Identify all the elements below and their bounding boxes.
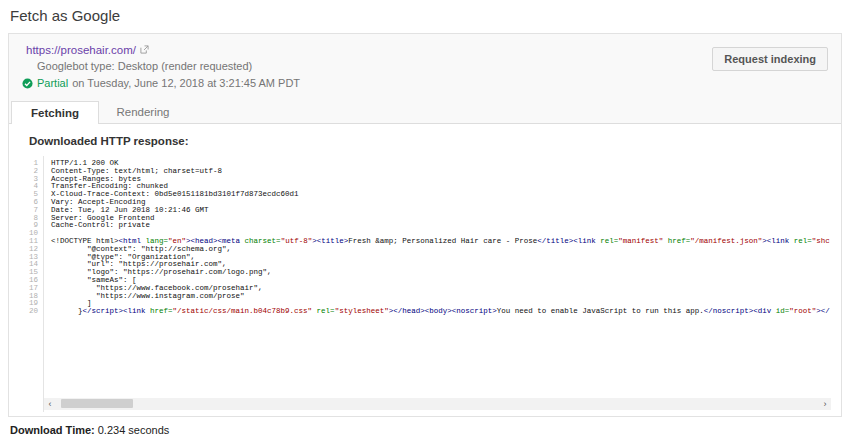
- tab-content: Downloaded HTTP response: 1HTTP/1.1 200 …: [9, 124, 841, 412]
- tab-bar: Fetching Rendering: [9, 97, 841, 124]
- http-response-viewer: 1HTTP/1.1 200 OK2Content-Type: text/html…: [19, 156, 833, 412]
- download-time: Download Time:0.234 seconds: [10, 424, 169, 436]
- line-number: 20: [19, 308, 43, 316]
- googlebot-type-text: Googlebot type: Desktop (render requeste…: [37, 60, 827, 73]
- fetched-url-link[interactable]: https://prosehair.com/: [26, 44, 136, 56]
- scrollbar-track[interactable]: [56, 398, 819, 410]
- gutter-divider: [43, 156, 44, 412]
- code-line: 20 }</script><link href="/static/css/mai…: [19, 308, 833, 316]
- line-number: 2: [19, 168, 43, 176]
- url-row: https://prosehair.com/: [26, 44, 827, 57]
- line-number: 6: [19, 199, 43, 207]
- tab-rendering[interactable]: Rendering: [99, 101, 187, 123]
- line-number: 4: [19, 183, 43, 191]
- card-header: https://prosehair.com/ Googlebot type: D…: [9, 34, 841, 97]
- fetch-status-row: Partial on Tuesday, June 12, 2018 at 3:2…: [22, 77, 827, 90]
- line-number: 1: [19, 160, 43, 168]
- tab-fetching[interactable]: Fetching: [11, 101, 99, 124]
- scrollbar-thumb[interactable]: [61, 399, 133, 408]
- page-title: Fetch as Google: [10, 7, 120, 24]
- line-number: 3: [19, 176, 43, 184]
- request-indexing-button[interactable]: Request indexing: [712, 47, 828, 71]
- code-lines-container: 1HTTP/1.1 200 OK2Content-Type: text/html…: [19, 156, 833, 316]
- scroll-left-arrow-icon[interactable]: [44, 398, 56, 410]
- line-number: 8: [19, 215, 43, 223]
- code-line: 2Content-Type: text/html; charset=utf-8: [19, 168, 833, 176]
- download-time-value: 0.234 seconds: [98, 424, 170, 436]
- status-detail-text: on Tuesday, June 12, 2018 at 3:21:45 AM …: [72, 77, 300, 90]
- external-link-icon[interactable]: [140, 44, 149, 57]
- fetch-result-card: https://prosehair.com/ Googlebot type: D…: [8, 33, 842, 417]
- line-number: 5: [19, 191, 43, 199]
- line-number: 7: [19, 207, 43, 215]
- scroll-right-arrow-icon[interactable]: [819, 398, 831, 410]
- code-line: 18 "https://www.instagram.com/prose": [19, 293, 833, 301]
- status-partial-label: Partial: [37, 77, 68, 90]
- check-circle-icon: [22, 78, 33, 89]
- response-heading: Downloaded HTTP response:: [29, 135, 833, 148]
- code-line: 15 "logo": "https://prosehair.com/logo.p…: [19, 269, 833, 277]
- horizontal-scrollbar[interactable]: [44, 398, 831, 410]
- code-line: 9Cache-Control: private: [19, 222, 833, 230]
- download-time-label: Download Time:: [10, 424, 95, 436]
